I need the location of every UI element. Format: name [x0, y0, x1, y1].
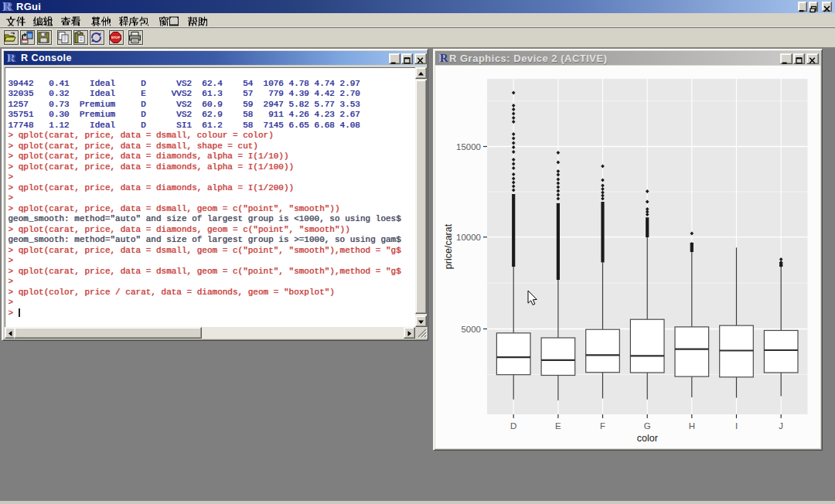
svg-text:5000: 5000 [461, 325, 481, 334]
svg-text:D: D [510, 421, 516, 431]
svg-text:R: R [4, 0, 14, 13]
svg-text:R: R [9, 52, 17, 63]
svg-text:G: G [644, 421, 651, 431]
svg-text:R: R [440, 52, 448, 63]
svg-text:price/carat: price/carat [443, 223, 454, 269]
svg-text:15000: 15000 [456, 142, 481, 152]
svg-text:F: F [600, 421, 605, 431]
svg-text:H: H [689, 421, 695, 431]
svg-text:J: J [779, 421, 783, 431]
svg-text:10000: 10000 [456, 233, 481, 242]
svg-text:I: I [735, 421, 738, 431]
svg-text:color: color [637, 433, 658, 444]
svg-text:E: E [555, 421, 561, 431]
svg-text:STOP: STOP [111, 36, 121, 39]
